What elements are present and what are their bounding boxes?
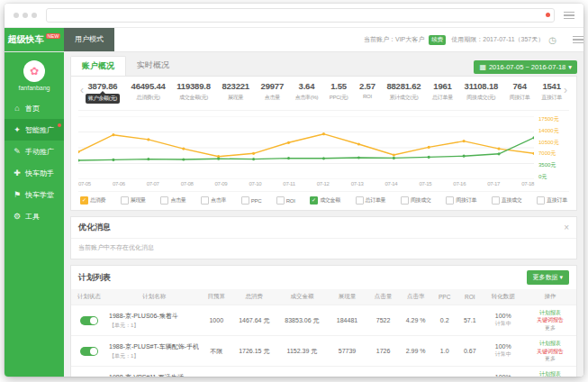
stats-prev-arrow[interactable]: ‹ [78, 81, 86, 99]
plan-toggle[interactable] [80, 316, 98, 325]
axis-tick-label: 07-13 [351, 181, 364, 186]
stats-next-arrow[interactable]: › [562, 81, 569, 99]
stat-item[interactable]: 29977点击量 [261, 81, 284, 104]
legend-item[interactable]: 直接成交 [492, 196, 522, 205]
tabs-row: 账户概况实时概况 ▦ 2016-07-05 ~ 2016-07-18 ▾ [70, 57, 577, 76]
conversion-percent: 100% [484, 343, 522, 350]
sidebar-item-assistant[interactable]: ✚快车助手 [5, 162, 64, 184]
window-dot[interactable] [32, 13, 37, 18]
legend-label: ROI [286, 198, 295, 204]
plan-name-link[interactable]: 1988-京-PLUS#T-车辆配饰-手机 [109, 342, 199, 351]
usage-period-label: 使用期限：2017-07-11（357天） [451, 35, 544, 44]
checkbox-icon[interactable] [121, 196, 129, 205]
stat-item[interactable]: 31108.18间接成交(元) [465, 81, 499, 104]
checkbox-icon[interactable] [401, 196, 409, 205]
operation-link[interactable]: 计划报表 [526, 340, 574, 347]
sidebar-item-smart[interactable]: ✦智能推广 [5, 119, 64, 141]
more-data-button[interactable]: 更多数据 ▾ [527, 270, 569, 285]
sidebar-item-tools[interactable]: ⚙工具 [5, 205, 64, 227]
legend-item[interactable]: ROI [276, 196, 295, 205]
avatar[interactable]: ✿ [23, 60, 45, 82]
stat-item[interactable]: 3.64点击率(%) [295, 81, 319, 104]
plans-title: 计划列表 [78, 272, 111, 284]
conversion-status: 计算中 [484, 350, 522, 359]
stat-item[interactable]: 46495.44总消费(元) [131, 81, 166, 104]
stat-item[interactable]: 764间接订单 [510, 81, 530, 104]
column-header: 转化数据 [483, 289, 524, 305]
legend-item[interactable]: ✓成交金额 [310, 196, 340, 205]
operation-link[interactable]: 更多 [526, 324, 574, 332]
checkbox-icon[interactable] [241, 196, 249, 205]
legend-item[interactable]: 点击量 [160, 196, 185, 205]
browser-menu-icon[interactable] [564, 12, 574, 20]
plan-name-link[interactable]: 1988-京-VPS#11-百适生活 [109, 373, 199, 377]
legend-item[interactable]: PPC [241, 196, 261, 205]
sidebar-item-home[interactable]: ⌂首页 [5, 97, 64, 119]
cell-operations: 计划报表关键词报告更多 [524, 367, 576, 377]
renew-badge[interactable]: 续费 [429, 35, 446, 45]
legend-item[interactable]: 展现量 [121, 196, 146, 205]
operation-link[interactable]: 关键词报告 [526, 348, 574, 355]
stat-item[interactable]: 823221展现量 [222, 81, 249, 104]
checkbox-icon[interactable]: ✓ [80, 196, 88, 205]
stat-item[interactable]: 3879.86账户余额(元) [86, 81, 120, 104]
home-icon: ⌂ [13, 104, 22, 113]
url-bar[interactable] [46, 8, 555, 23]
checkbox-icon[interactable] [160, 196, 168, 205]
stat-value: 1.55 [330, 81, 348, 91]
checkbox-icon[interactable] [537, 196, 545, 205]
cell-consume: 1726.15 元 [231, 336, 276, 367]
stat-item[interactable]: 88281.62累计成交(元) [386, 81, 421, 104]
sidebar-item-manual[interactable]: ✎手动推广 [5, 141, 64, 162]
checkbox-icon[interactable] [201, 196, 209, 205]
legend-item[interactable]: 间接订单 [446, 196, 476, 205]
operation-link[interactable]: 关键词报告 [526, 316, 574, 323]
app-header: 超级快车 NEW 用户模式 当前账户：VIP大客户 续费 使用期限：2017-0… [5, 28, 583, 52]
checkbox-icon[interactable] [446, 196, 454, 205]
axis-tick-label: 07-18 [521, 181, 534, 186]
operation-link[interactable]: 更多 [526, 355, 574, 362]
legend-item[interactable]: ✓总消费 [80, 196, 105, 205]
clock-icon[interactable]: ◷ [548, 35, 556, 45]
window-dot[interactable] [14, 13, 19, 18]
sidebar-item-label: 快车学堂 [25, 190, 54, 200]
operation-link[interactable]: 计划报表 [526, 370, 574, 377]
header-menu-icon[interactable] [573, 36, 583, 44]
legend-label: PPC [251, 198, 261, 204]
stat-item[interactable]: 1.55PPC(元) [330, 81, 348, 104]
app-logo[interactable]: 超级快车 NEW [5, 28, 64, 51]
checkbox-icon[interactable]: ✓ [310, 196, 318, 205]
operation-link[interactable]: 计划报表 [526, 309, 574, 316]
sidebar-menu: ⌂首页✦智能推广✎手动推广✚快车助手⚑快车学堂⚙工具 [5, 97, 64, 227]
axis-tick-label: 7000元 [538, 150, 569, 156]
checkbox-icon[interactable] [276, 196, 285, 205]
legend-item[interactable]: 总订单量 [356, 196, 386, 205]
stat-item[interactable]: 1541直接订单 [541, 81, 562, 104]
plan-toggle[interactable] [80, 347, 98, 356]
tab-realtime-overview[interactable]: 实时概况 [126, 56, 180, 76]
conversion-status: 计算中 [484, 320, 522, 328]
sidebar-item-school[interactable]: ⚑快车学堂 [5, 184, 64, 205]
checkbox-icon[interactable] [492, 196, 500, 205]
window-dot[interactable] [23, 13, 28, 18]
date-range-picker[interactable]: ▦ 2016-07-05 ~ 2016-07-18 ▾ [474, 60, 577, 74]
plan-name-link[interactable]: 1988-京-PLUS06-乘着斗 [109, 312, 199, 321]
legend-item[interactable]: 间接成交 [401, 196, 431, 205]
column-header: 操作 [524, 289, 576, 305]
axis-tick-label: 17500元 [538, 116, 569, 122]
cell-clicks: 1726 [367, 336, 400, 367]
stat-item[interactable]: 119389.8成交金额(元) [176, 81, 211, 104]
checkbox-icon[interactable] [356, 196, 364, 205]
legend-item[interactable]: 点击率 [201, 196, 226, 205]
chart-x-axis: 07-0507-0607-0707-0807-0907-1007-1107-12… [78, 181, 534, 186]
stat-item[interactable]: 1961总订单量 [432, 81, 453, 104]
sidebar-item-label: 快车助手 [25, 168, 54, 178]
caret-down-icon: ▾ [568, 63, 572, 71]
cell-budget: 1000 [201, 305, 231, 336]
legend-label: 间接成交 [411, 196, 431, 205]
mode-tab[interactable]: 用户模式 [64, 28, 114, 51]
stat-item[interactable]: 2.57ROI [359, 81, 375, 104]
tab-account-overview[interactable]: 账户概况 [70, 56, 126, 76]
legend-item[interactable]: 直接订单 [537, 196, 567, 205]
close-icon[interactable]: × [564, 223, 569, 232]
